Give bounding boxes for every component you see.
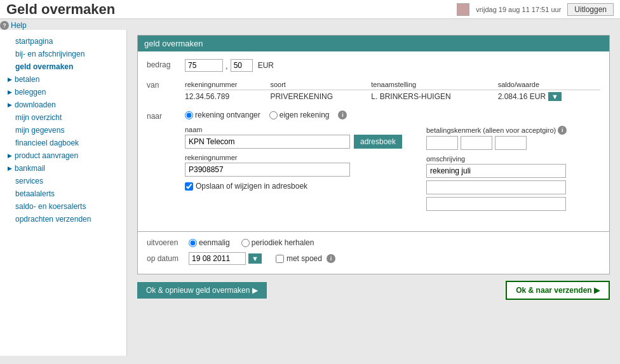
van-data-row: 12.34.56.789 PRIVEREKENING L. BRINKERS-H… [185,90,600,104]
spoed-row: met spoed i [276,254,335,263]
opslaan-row: Opslaan of wijzigen in adresboek [185,182,414,191]
sidebar-item-beleggen[interactable]: beleggen [0,86,126,98]
naar-info-icon[interactable]: i [338,111,347,119]
calendar-button[interactable]: ▼ [248,253,262,264]
bk-input-3[interactable] [495,136,527,150]
date-input-wrapper: ▼ [189,252,262,265]
naam-field-row: adresboek [185,135,414,149]
naar-label: naar [147,111,185,121]
van-saldo: 2.084.16 EUR ▼ [498,90,600,104]
naar-grid: naam adresboek rekeningnummer [185,126,600,216]
comma-separator: , [226,61,228,71]
date-input[interactable] [189,252,246,265]
avatar [457,3,469,16]
sidebar-item-saldo-koersalerts[interactable]: saldo- en koersalerts [0,200,126,213]
form-section-header: geld overmaken [138,36,609,51]
periodiek-radio-label[interactable]: periodiek herhalen [241,238,314,247]
col-saldo: saldo/waarde [498,79,600,90]
periodiek-label: periodiek herhalen [252,238,314,247]
naar-row: naar rekening ontvanger eigen rekening [147,111,600,216]
datetime: vrijdag 19 aug 11 17:51 uur [476,6,561,13]
spoed-checkbox[interactable] [276,255,284,263]
sidebar-item-startpagina[interactable]: startpagina [0,35,126,48]
van-table: rekeningnummer soort tenaamstelling sald… [185,79,600,103]
bk-inputs [426,136,600,150]
sidebar-item-downloaden[interactable]: downloaden [0,98,126,111]
saldo-value: 2.084.16 EUR [498,92,546,101]
top-bar-right: vrijdag 19 aug 11 17:51 uur Uitloggen [457,3,614,16]
naar-radio-eigen[interactable]: eigen rekening [269,111,330,119]
eenmalig-label: eenmalig [199,238,230,247]
sidebar-item-mijn-gegevens[interactable]: mijn gegevens [0,124,126,137]
col-rekeningnummer: rekeningnummer [185,79,270,90]
sidebar-item-opdrachten-verzenden[interactable]: opdrachten verzenden [0,213,126,226]
naar-content: rekening ontvanger eigen rekening i [185,111,600,216]
naam-field-label: naam [185,126,414,133]
van-row: van rekeningnummer soort tenaamstelling … [147,79,600,103]
omschrijving-field-group: omschrijving [426,155,600,211]
sidebar-item-product-aanvragen[interactable]: product aanvragen [0,149,126,162]
adresboek-button[interactable]: adresboek [354,135,402,149]
naar-ontvanger-label: rekening ontvanger [195,111,260,119]
radio-eigen-input[interactable] [269,111,278,119]
bk-info-icon[interactable]: i [558,126,567,135]
sidebar-item-services[interactable]: services [0,175,126,187]
bk-field-group: betalingskenmerk (alleen voor acceptgiro… [426,126,600,150]
rekeningnummer-input[interactable] [185,163,350,177]
sidebar-item-mijn-overzicht[interactable]: mijn overzicht [0,111,126,124]
bottom-buttons: Ok & opnieuw geld overmaken ▶ Ok & naar … [137,281,610,300]
naam-input[interactable] [185,135,350,149]
verzenden-button[interactable]: Ok & naar verzenden ▶ [506,281,610,300]
omschrijving-input-2[interactable] [426,180,566,194]
col-soort: soort [270,79,371,90]
form-body: bedrag , EUR van [138,51,609,231]
sidebar-item-betaalalerts[interactable]: betaalalerts [0,187,126,200]
form-section: geld overmaken bedrag , EUR [137,35,610,232]
uitvoeren-row: uitvoeren eenmalig periodiek herhalen [147,238,600,247]
naam-field-group: naam adresboek [185,126,414,149]
van-tenaamstelling: L. BRINKERS-HUIGEN [371,90,497,104]
bedrag-row: bedrag , EUR [147,59,600,72]
main-layout: startpaginabij- en afschrijvingengeld ov… [0,30,620,356]
eenmalig-radio-label[interactable]: eenmalig [189,238,230,247]
sidebar-item-geld-overmaken[interactable]: geld overmaken [0,60,126,73]
radio-ontvanger-input[interactable] [185,111,193,119]
logout-button[interactable]: Uitloggen [567,3,614,16]
bk-input-1[interactable] [426,136,458,150]
sidebar-item-bankmail[interactable]: bankmail [0,162,126,175]
sidebar-item-betalen[interactable]: betalen [0,73,126,86]
naar-left: naam adresboek rekeningnummer [185,126,414,216]
naar-eigen-label: eigen rekening [280,111,330,119]
omschrijving-label: omschrijving [426,155,600,163]
van-label: van [147,79,185,90]
van-soort: PRIVEREKENING [270,90,371,104]
sidebar-item-bij-afschrijvingen[interactable]: bij- en afschrijvingen [0,48,126,60]
eenmalig-radio[interactable] [189,239,197,247]
saldo-dropdown-btn[interactable]: ▼ [548,92,562,101]
uitvoeren-section: uitvoeren eenmalig periodiek herhalen op… [137,232,610,274]
sidebar-item-financieel-dagboek[interactable]: financieel dagboek [0,137,126,149]
top-bar: Geld overmaken vrijdag 19 aug 11 17:51 u… [0,0,620,19]
col-tenaamstelling: tenaamstelling [371,79,497,90]
naar-radio-ontvanger[interactable]: rekening ontvanger [185,111,260,119]
omschrijving-input-1[interactable] [426,164,566,178]
bedrag-cents-input[interactable] [231,59,253,72]
rekeningnummer-field-label: rekeningnummer [185,154,414,161]
bk-input-2[interactable] [461,136,492,150]
spoed-info-icon[interactable]: i [327,254,335,263]
omschrijving-input-3[interactable] [426,197,566,211]
page-heading: Geld overmaken [6,1,115,18]
van-rekeningnummer: 12.34.56.789 [185,90,270,104]
uitvoeren-label: uitvoeren [147,238,185,247]
help-icon: ? [0,21,9,30]
bedrag-content: , EUR [185,59,600,72]
opnieuw-button[interactable]: Ok & opnieuw geld overmaken ▶ [137,282,267,299]
help-link[interactable]: ? Help [0,21,611,30]
bedrag-label: bedrag [147,59,185,69]
datum-row: op datum ▼ met spoed i [147,252,600,265]
saldo-cell: 2.084.16 EUR ▼ [498,92,596,101]
opslaan-checkbox[interactable] [185,182,193,191]
periodiek-radio[interactable] [241,239,250,247]
bedrag-euros-input[interactable] [185,59,223,72]
opslaan-label: Opslaan of wijzigen in adresboek [196,182,307,191]
